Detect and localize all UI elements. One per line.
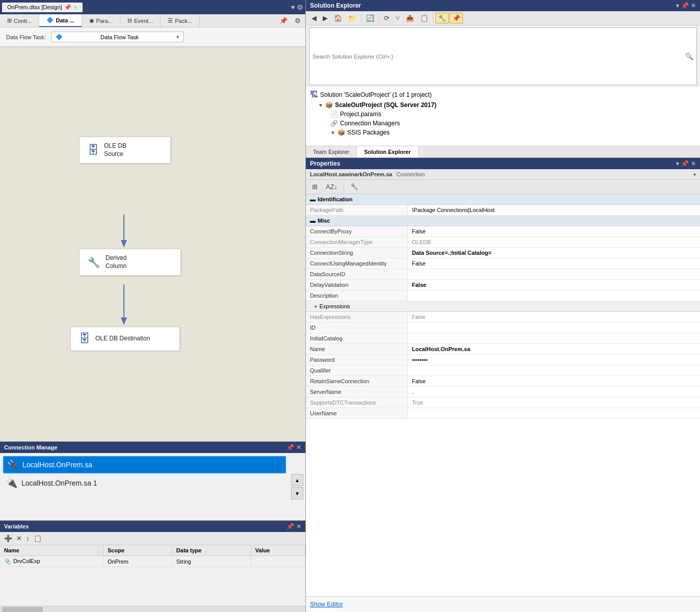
conn-scroll-buttons: ▲ ▼ bbox=[289, 453, 305, 520]
sol-tree: 🏗 Solution 'ScaleOutProject' (1 of 1 pro… bbox=[306, 87, 700, 146]
prop-value-password: •••••••• bbox=[408, 355, 700, 365]
publish-btn[interactable]: 📤 bbox=[403, 13, 417, 23]
show-editor-link[interactable]: Show Editor bbox=[310, 601, 343, 608]
conn-manager-close-btn[interactable]: ✕ bbox=[296, 444, 301, 451]
table-row[interactable]: 📎DrvColExp OnPrem String bbox=[0, 556, 305, 567]
sol-pin-btn[interactable]: 📌 bbox=[681, 2, 689, 9]
sol-search-input[interactable] bbox=[313, 54, 685, 60]
tab-dropdown-btn[interactable]: ▾ bbox=[291, 3, 295, 11]
prop-value-qualifier bbox=[408, 365, 700, 376]
folder-btn[interactable]: 📁 bbox=[346, 13, 359, 23]
prop-row-retainsame: RetainSameConnection False bbox=[306, 376, 700, 387]
git-btn[interactable]: ⑂ bbox=[393, 13, 402, 23]
prop-grid-btn[interactable]: ⊞ bbox=[309, 181, 321, 192]
forward-btn[interactable]: ▶ bbox=[320, 13, 330, 23]
left-panel-pin-btn[interactable]: 📌 bbox=[277, 15, 290, 26]
left-panel-settings-btn[interactable]: ⚙ bbox=[292, 15, 303, 26]
conn-manager-title-text: Connection Manage bbox=[4, 444, 58, 450]
misc-collapse-icon[interactable]: ▬ bbox=[310, 218, 316, 224]
tab-settings-btn[interactable]: ⚙ bbox=[297, 3, 303, 11]
var-grid-btn[interactable]: 📋 bbox=[33, 534, 43, 543]
sync-btn[interactable]: ⟳ bbox=[381, 13, 392, 23]
conn-icon-1: 🔌 bbox=[6, 477, 17, 489]
ole-db-source-node[interactable]: 🗄 OLE DBSource bbox=[79, 137, 171, 164]
sub-tab-data[interactable]: 🔷 Data ... bbox=[39, 14, 82, 27]
tab-actions: ▾ ⚙ bbox=[291, 3, 303, 11]
sol-tab-solution-explorer[interactable]: Solution Explorer bbox=[357, 146, 419, 157]
ole-db-dest-icon: 🗄 bbox=[79, 332, 90, 345]
search-icon: 🔍 bbox=[685, 52, 693, 60]
tree-item-solution[interactable]: 🏗 Solution 'ScaleOutProject' (1 of 1 pro… bbox=[306, 89, 700, 100]
connmgr-icon: 🔗 bbox=[330, 120, 338, 127]
toolbar-divider bbox=[361, 14, 361, 23]
conn-manager-pin-btn[interactable]: 📌 bbox=[287, 444, 294, 451]
expressions-expand-icon[interactable]: + bbox=[314, 303, 317, 309]
prop-az-sort-btn[interactable]: AZ↓ bbox=[323, 181, 341, 192]
tree-item-project[interactable]: ▼ 📦 ScaleOutProject (SQL Server 2017) bbox=[306, 100, 700, 110]
properties-btn[interactable]: 🔧 bbox=[435, 13, 449, 23]
prop-name-supportsdtc: SupportsDTCTransactions bbox=[306, 397, 408, 408]
sol-tab-team-explorer[interactable]: Team Explorer bbox=[306, 146, 357, 157]
sub-tab-contr[interactable]: ⊞ Contr... bbox=[0, 14, 39, 27]
main-tab[interactable]: OnPrem.dtsx [Design] 📌 ✕ bbox=[2, 3, 83, 12]
var-scope-cell: OnPrem bbox=[103, 556, 172, 567]
design-canvas[interactable]: 🗄 OLE DBSource 🔧 DerivedColumn 🗄 OLE DB … bbox=[0, 47, 305, 441]
prop-row-delayvalidation: DelayValidation False bbox=[306, 280, 700, 290]
home-btn[interactable]: 🏠 bbox=[331, 13, 345, 23]
tree-item-ssis[interactable]: ▼ 📦 SSIS Packages bbox=[306, 128, 700, 137]
var-row-icon: 📎 bbox=[4, 558, 11, 564]
prop-row-description: Description bbox=[306, 290, 700, 301]
tree-item-params[interactable]: 📄 Project.params bbox=[306, 110, 700, 119]
identification-collapse-icon[interactable]: ▬ bbox=[310, 196, 316, 202]
prop-title-bar: Properties ▾ 📌 ✕ bbox=[306, 158, 700, 169]
prop-value-id bbox=[408, 323, 700, 333]
sub-tab-pack[interactable]: ☰ Pack... bbox=[161, 14, 200, 27]
derived-column-node[interactable]: 🔧 DerivedColumn bbox=[79, 249, 181, 276]
back-btn[interactable]: ◀ bbox=[309, 13, 319, 23]
var-delete-btn[interactable]: ✕ bbox=[15, 534, 23, 543]
prop-name-qualifier: Qualifier bbox=[306, 365, 408, 376]
prop-row-connectbyproxy: ConnectByProxy False bbox=[306, 226, 700, 237]
refresh-btn[interactable]: 🔄 bbox=[364, 13, 377, 23]
ole-db-dest-node[interactable]: 🗄 OLE DB Destination bbox=[70, 327, 180, 351]
pinned-view-btn[interactable]: 📌 bbox=[450, 13, 463, 23]
prop-value-name: LocalHost.OnPrem.sa bbox=[408, 344, 700, 354]
var-move-btn[interactable]: ↕ bbox=[25, 534, 31, 543]
tab-close-icon[interactable]: ✕ bbox=[73, 5, 77, 10]
right-panel: Solution Explorer ▾ 📌 ✕ ◀ ▶ 🏠 📁 🔄 ⟳ ⑂ 📤 … bbox=[306, 0, 700, 612]
tree-item-connmgr[interactable]: 🔗 Connection Managers bbox=[306, 119, 700, 128]
conn-label-1: LocalHost.OnPrem.sa 1 bbox=[21, 479, 97, 487]
prop-object-dropdown-arrow[interactable]: ▾ bbox=[693, 172, 696, 177]
task-selector-bar: Data Flow Task: 🔷 Data Flow Task ▾ bbox=[0, 28, 305, 47]
variables-pin-btn[interactable]: 📌 bbox=[287, 523, 294, 530]
prop-name-delayvalidation: DelayValidation bbox=[306, 280, 408, 290]
expressions-label: Expressions bbox=[319, 303, 350, 309]
sub-tab-para[interactable]: ◉ Para... bbox=[82, 14, 120, 27]
conn-scroll-down-btn[interactable]: ▼ bbox=[291, 487, 303, 499]
project-expand-arrow: ▼ bbox=[318, 102, 323, 108]
horizontal-scrollbar[interactable] bbox=[0, 606, 305, 612]
sub-tab-event[interactable]: ⊟ Event... bbox=[120, 14, 161, 27]
variables-title-text: Variables bbox=[4, 523, 29, 529]
solution-explorer: Solution Explorer ▾ 📌 ✕ ◀ ▶ 🏠 📁 🔄 ⟳ ⑂ 📤 … bbox=[306, 0, 700, 158]
prop-section-misc: ▬ Misc bbox=[306, 216, 700, 226]
var-name-cell: 📎DrvColExp bbox=[0, 556, 103, 567]
variables-close-btn[interactable]: ✕ bbox=[296, 523, 301, 530]
main-tab-label: OnPrem.dtsx [Design] bbox=[7, 4, 62, 10]
prop-value-delayvalidation: False bbox=[408, 280, 700, 290]
prop-wrench-btn[interactable]: 🔧 bbox=[347, 181, 361, 192]
clipboard-btn[interactable]: 📋 bbox=[418, 13, 431, 23]
prop-close-btn[interactable]: ✕ bbox=[691, 160, 696, 167]
task-dropdown[interactable]: 🔷 Data Flow Task ▾ bbox=[51, 32, 184, 42]
sol-dropdown-btn[interactable]: ▾ bbox=[676, 2, 679, 9]
var-add-btn[interactable]: ➕ bbox=[3, 534, 13, 543]
conn-scroll-up-btn[interactable]: ▲ bbox=[291, 474, 303, 486]
prop-row-password: Password •••••••• bbox=[306, 355, 700, 365]
prop-dropdown-btn[interactable]: ▾ bbox=[676, 160, 679, 167]
conn-item-0[interactable]: 🔌 LocalHost.OnPrem.sa bbox=[3, 456, 286, 473]
conn-item-1[interactable]: 🔌 LocalHost.OnPrem.sa 1 bbox=[3, 475, 286, 491]
sol-search-bar[interactable]: 🔍 bbox=[309, 28, 697, 85]
sol-close-btn[interactable]: ✕ bbox=[691, 2, 696, 9]
arrow-2 bbox=[119, 284, 129, 325]
prop-pin-btn[interactable]: 📌 bbox=[681, 160, 689, 167]
